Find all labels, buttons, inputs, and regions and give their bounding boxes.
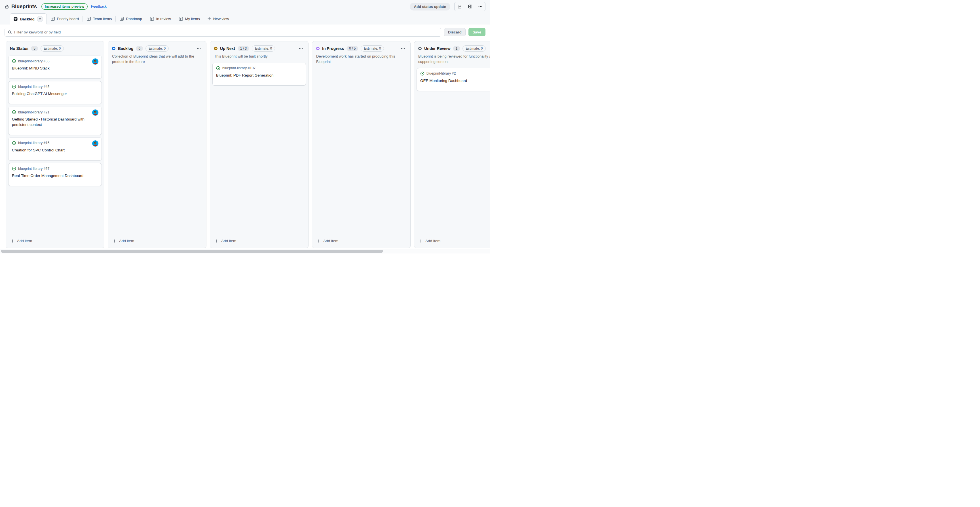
card[interactable]: blueprint-library #45 Building ChatGPT A…	[8, 81, 102, 104]
card-repo: blueprint-library #15	[18, 141, 49, 145]
column-count: 1	[453, 46, 460, 51]
column-name: No Status	[10, 46, 29, 51]
add-item-button[interactable]: Add item	[417, 237, 490, 245]
column-name: Under Review	[424, 46, 450, 51]
card-meta: blueprint-library #55	[12, 59, 98, 63]
column-menu-button[interactable]	[399, 46, 406, 51]
plus-icon	[317, 239, 321, 243]
add-item-label: Add item	[17, 239, 32, 243]
insights-button[interactable]	[455, 2, 465, 11]
project-menu-button[interactable]	[475, 2, 485, 11]
column-description: Collection of Blueprint ideas that we wi…	[108, 54, 206, 66]
tab-roadmap[interactable]: Roadmap	[116, 13, 145, 24]
card-repo: blueprint-library #57	[18, 167, 49, 171]
filter-bar: Discard Save	[0, 24, 490, 40]
card[interactable]: blueprint-library #57 Real-Time Order Ma…	[8, 163, 102, 186]
tab-team-items[interactable]: Team items	[83, 13, 115, 24]
add-item-button[interactable]: Add item	[110, 237, 204, 245]
table-icon	[86, 16, 91, 21]
tab-backlog[interactable]: Backlog	[10, 13, 47, 24]
table-icon	[179, 16, 183, 21]
estimate-badge: Estimate: 0	[145, 45, 169, 52]
tab-my-items[interactable]: My items	[175, 13, 204, 24]
add-item-label: Add item	[323, 239, 338, 243]
tab-in-review[interactable]: In review	[146, 13, 175, 24]
column-count: 0 / 5	[347, 46, 358, 51]
avatar	[92, 110, 99, 116]
feedback-link[interactable]: Feedback	[91, 5, 107, 8]
card-title: OEE Monitoring Dashboard	[420, 78, 490, 83]
card[interactable]: blueprint-library #15 Creation for SPC C…	[8, 138, 102, 161]
sidebar-icon	[468, 4, 473, 9]
status-dot-under-review	[418, 47, 422, 50]
tab-label: In review	[156, 17, 171, 21]
board: No Status 5 Estimate: 0 blueprint-librar…	[0, 40, 490, 248]
discard-button[interactable]: Discard	[444, 28, 466, 36]
column-header: Under Review 1 Estimate: 0	[414, 41, 490, 54]
tab-priority-board[interactable]: Priority board	[47, 13, 83, 24]
tab-label: New view	[213, 17, 229, 21]
column-footer: Add item	[210, 235, 308, 248]
card-title: Getting Started - Historical Dashboard w…	[12, 117, 98, 127]
horizontal-scrollbar-thumb[interactable]	[1, 250, 383, 253]
issue-open-icon	[12, 141, 16, 145]
column-description: Development work has started on producin…	[312, 54, 410, 66]
table-icon	[150, 16, 154, 21]
save-button[interactable]: Save	[468, 28, 485, 36]
status-dot-backlog	[112, 47, 115, 50]
card-title: Blueprint: MIND Stack	[12, 66, 98, 71]
side-panel-button[interactable]	[465, 2, 475, 11]
card-meta: blueprint-library #57	[12, 167, 98, 171]
column-count: 0	[136, 46, 143, 51]
issue-open-icon	[12, 167, 16, 171]
new-view-button[interactable]: New view	[204, 13, 233, 24]
card-meta: blueprint-library #21	[12, 110, 98, 114]
card-list: blueprint-library #55 Blueprint: MIND St…	[6, 54, 104, 235]
column-header: Backlog 0 Estimate: 0	[108, 41, 206, 54]
card-meta: blueprint-library #107	[216, 66, 302, 70]
column-description: Blueprint is being reviewed for function…	[414, 54, 490, 66]
issue-open-icon	[420, 72, 425, 76]
card[interactable]: blueprint-library #55 Blueprint: MIND St…	[8, 56, 102, 79]
card-repo: blueprint-library #45	[18, 85, 49, 89]
card-repo: blueprint-library #55	[18, 59, 49, 63]
horizontal-scrollbar-track	[0, 249, 490, 253]
issue-open-icon	[216, 66, 220, 70]
column-under-review: Under Review 1 Estimate: 0 Blueprint is …	[414, 41, 490, 248]
card[interactable]: blueprint-library #2 OEE Monitoring Dash…	[417, 68, 490, 91]
column-count: 5	[31, 46, 38, 51]
kebab-icon	[401, 46, 405, 51]
project-icon	[51, 16, 55, 21]
add-status-update-button[interactable]: Add status update	[410, 3, 450, 11]
column-menu-button[interactable]	[298, 46, 304, 51]
filter-input[interactable]	[14, 30, 438, 34]
column-header: No Status 5 Estimate: 0	[6, 41, 104, 54]
column-footer: Add item	[414, 235, 490, 248]
page-title: Blueprints	[11, 4, 37, 10]
card-meta: blueprint-library #2	[420, 72, 490, 76]
card-repo: blueprint-library #21	[18, 110, 49, 114]
tab-label: Priority board	[57, 17, 79, 21]
chevron-down-icon	[39, 18, 41, 20]
card-list: blueprint-library #107 Blueprint: PDF Re…	[210, 61, 308, 235]
tab-options-button[interactable]	[37, 16, 43, 22]
kebab-icon	[197, 46, 201, 51]
top-chrome: Blueprints Increased items preview Feedb…	[0, 0, 490, 24]
status-dot-up-next	[214, 47, 218, 50]
estimate-badge: Estimate: 0	[41, 45, 64, 52]
column-in-progress: In Progress 0 / 5 Estimate: 0 Developmen…	[312, 41, 410, 248]
status-dot-in-progress	[316, 47, 320, 50]
add-item-button[interactable]: Add item	[212, 237, 306, 245]
filter-input-wrapper	[5, 28, 441, 37]
preview-badge: Increased items preview	[41, 3, 88, 10]
card[interactable]: blueprint-library #107 Blueprint: PDF Re…	[212, 63, 306, 86]
column-menu-button[interactable]	[196, 46, 202, 51]
card[interactable]: blueprint-library #21 Getting Started - …	[8, 106, 102, 135]
column-header: Up Next 1 / 3 Estimate: 0	[210, 41, 308, 54]
view-toolbar	[454, 2, 485, 11]
add-item-button[interactable]: Add item	[8, 237, 102, 245]
card-title: Blueprint: PDF Report Generation	[216, 73, 302, 78]
add-item-button[interactable]: Add item	[315, 237, 408, 245]
card-title: Creation for SPC Control Chart	[12, 148, 98, 153]
estimate-badge: Estimate: 0	[361, 45, 384, 52]
